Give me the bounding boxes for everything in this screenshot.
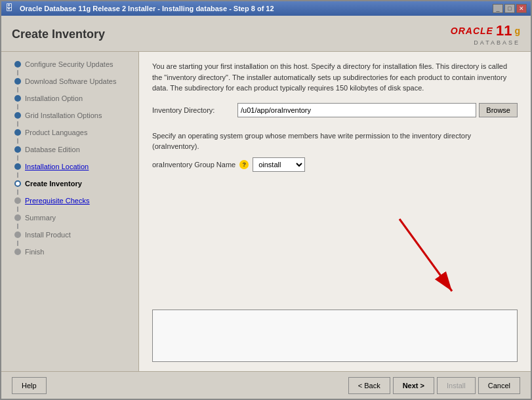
sidebar-item-database-edition: Database Edition bbox=[1, 144, 138, 155]
step-connector bbox=[17, 241, 18, 246]
sidebar-item-install-product: Install Product bbox=[1, 229, 138, 241]
step-dot bbox=[14, 146, 21, 153]
oracle-g: g bbox=[514, 26, 520, 36]
svg-line-1 bbox=[399, 219, 452, 291]
page-header: Create Inventory ORACLE 11g DATABASE bbox=[1, 16, 531, 52]
maximize-button[interactable]: □ bbox=[504, 4, 515, 13]
close-button[interactable]: ✕ bbox=[516, 4, 527, 13]
sidebar-item-download-software: Download Software Updates bbox=[1, 75, 138, 87]
step-connector bbox=[17, 70, 18, 75]
step-connector bbox=[17, 207, 18, 212]
step-connector bbox=[17, 172, 18, 178]
footer: Help < Back Next > Install Cancel bbox=[1, 371, 531, 399]
step-connector bbox=[17, 224, 18, 229]
red-arrow-indicator bbox=[373, 206, 478, 311]
window-controls: _ □ ✕ bbox=[493, 4, 527, 13]
main-content: You are starting your first installation… bbox=[139, 52, 531, 371]
step-dot bbox=[14, 163, 21, 170]
inventory-directory-row: Inventory Directory: Browse bbox=[152, 103, 518, 117]
next-button[interactable]: Next > bbox=[393, 377, 434, 394]
title-bar: 🗄 Oracle Database 11g Release 2 Installe… bbox=[1, 1, 531, 16]
step-dot bbox=[14, 249, 21, 255]
group-section-description: Specify an operating system group whose … bbox=[152, 130, 518, 152]
sidebar: Configure Security Updates Download Soft… bbox=[1, 52, 139, 371]
body: Configure Security Updates Download Soft… bbox=[1, 52, 531, 371]
back-button[interactable]: < Back bbox=[348, 377, 390, 394]
title-bar-left: 🗄 Oracle Database 11g Release 2 Installe… bbox=[5, 3, 274, 14]
content-description: You are starting your first installation… bbox=[152, 61, 518, 94]
group-name-row: oraInventory Group Name ? oinstall bbox=[152, 157, 518, 172]
footer-right: < Back Next > Install Cancel bbox=[348, 377, 520, 394]
step-dot bbox=[14, 61, 21, 68]
step-connector bbox=[17, 87, 18, 92]
step-dot bbox=[14, 112, 21, 119]
step-dot bbox=[14, 95, 21, 102]
installer-window: Create Inventory ORACLE 11g DATABASE Con… bbox=[1, 16, 531, 399]
sidebar-item-configure-security: Configure Security Updates bbox=[1, 58, 138, 70]
window-title: Oracle Database 11g Release 2 Installer … bbox=[20, 5, 274, 12]
group-name-label: oraInventory Group Name bbox=[152, 161, 235, 169]
step-dot-active bbox=[14, 180, 21, 187]
sidebar-item-grid-installation: Grid Installation Options bbox=[1, 110, 138, 121]
sidebar-item-summary: Summary bbox=[1, 212, 138, 224]
sidebar-item-prerequisite-checks[interactable]: Prerequisite Checks bbox=[1, 195, 138, 207]
step-dot bbox=[14, 214, 21, 221]
sidebar-item-create-inventory: Create Inventory bbox=[1, 178, 138, 190]
cancel-button[interactable]: Cancel bbox=[478, 377, 520, 394]
step-dot bbox=[14, 197, 21, 204]
group-section: Specify an operating system group whose … bbox=[152, 130, 518, 172]
main-window: 🗄 Oracle Database 11g Release 2 Installe… bbox=[0, 0, 532, 400]
footer-left: Help bbox=[12, 377, 47, 394]
step-dot bbox=[14, 231, 21, 238]
app-icon: 🗄 bbox=[5, 3, 16, 14]
step-connector bbox=[17, 104, 18, 110]
sidebar-item-installation-option: Installation Option bbox=[1, 92, 138, 104]
sidebar-item-finish: Finish bbox=[1, 246, 138, 258]
group-name-dropdown[interactable]: oinstall bbox=[253, 157, 305, 172]
oracle-brand: ORACLE 11g bbox=[451, 22, 520, 39]
step-dot bbox=[14, 78, 21, 85]
oracle-version: 11 bbox=[496, 22, 512, 39]
preview-area bbox=[152, 310, 518, 362]
oracle-subtitle: DATABASE bbox=[474, 39, 520, 46]
sidebar-item-product-languages: Product Languages bbox=[1, 127, 138, 138]
install-button[interactable]: Install bbox=[437, 377, 476, 394]
sidebar-item-installation-location[interactable]: Installation Location bbox=[1, 161, 138, 172]
oracle-logo: ORACLE 11g DATABASE bbox=[451, 22, 520, 46]
step-connector bbox=[17, 121, 18, 127]
page-title: Create Inventory bbox=[12, 28, 105, 41]
inventory-directory-label: Inventory Directory: bbox=[152, 106, 237, 114]
help-button[interactable]: Help bbox=[12, 377, 47, 394]
oracle-text: ORACLE bbox=[451, 26, 493, 36]
step-connector bbox=[17, 155, 18, 161]
browse-button[interactable]: Browse bbox=[479, 103, 518, 117]
step-dot bbox=[14, 129, 21, 136]
step-connector bbox=[17, 138, 18, 144]
inventory-directory-input[interactable] bbox=[237, 103, 476, 117]
arrow-area bbox=[152, 180, 518, 304]
minimize-button[interactable]: _ bbox=[493, 4, 503, 13]
help-icon[interactable]: ? bbox=[239, 160, 249, 169]
step-connector bbox=[17, 190, 18, 195]
